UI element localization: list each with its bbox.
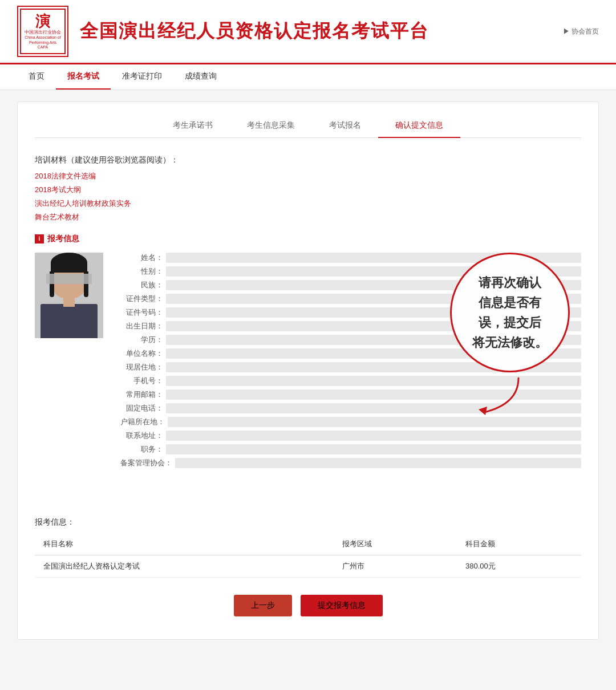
member-login[interactable]: ▶ 协会首页 — [563, 27, 599, 36]
nav-link-register[interactable]: 报名考试 — [56, 64, 111, 90]
step-tabs: 考生承诺书 考生信息采集 考试报名 确认提文信息 — [35, 113, 581, 138]
field-label-address: 现居住地： — [120, 362, 166, 372]
cell-subject: 全国演出经纪人资格认定考试 — [35, 555, 334, 578]
field-label-company: 单位名称： — [120, 348, 166, 359]
field-label-ethnicity: 民族： — [120, 280, 166, 290]
field-label-email: 常用邮箱： — [120, 389, 166, 400]
reg-info-label: 报考信息： — [35, 517, 581, 527]
cell-amount: 380.00元 — [457, 555, 581, 578]
col-region: 报考区域 — [334, 533, 457, 555]
page-header: 演 中国演出行业协会 China Association of Performi… — [0, 0, 616, 64]
nav-link-score[interactable]: 成绩查询 — [173, 64, 228, 88]
field-label-assoc: 备案管理协会： — [120, 458, 175, 468]
field-label-birthday: 出生日期： — [120, 321, 166, 331]
nav-item-print[interactable]: 准考证打印 — [111, 64, 173, 90]
content-card: 考生承诺书 考生信息采集 考试报名 确认提文信息 培训材料（建议使用谷歌浏览器阅… — [17, 102, 599, 640]
reg-table: 科目名称 报考区域 科目金额 全国演出经纪人资格认定考试 广州市 380.00元 — [35, 533, 581, 578]
field-value-assoc — [175, 458, 581, 468]
field-label-phone: 手机号： — [120, 376, 166, 386]
logo-org-cn: 中国演出行业协会 — [25, 30, 61, 35]
table-row: 全国演出经纪人资格认定考试 广州市 380.00元 — [35, 555, 581, 578]
main-content: 考生承诺书 考生信息采集 考试报名 确认提文信息 培训材料（建议使用谷歌浏览器阅… — [0, 90, 616, 651]
info-title-text: 报考信息 — [47, 234, 79, 244]
field-label-education: 学历： — [120, 335, 166, 345]
cell-region: 广州市 — [334, 555, 457, 578]
material-link-4[interactable]: 舞台艺术教材 — [35, 212, 581, 222]
col-amount: 科目金额 — [457, 533, 581, 555]
nav-link-print[interactable]: 准考证打印 — [111, 64, 173, 88]
logo-org-en: China Association of Performing Arts — [23, 35, 62, 45]
confirm-arrow — [473, 375, 530, 417]
logo-area: 演 中国演出行业协会 China Association of Performi… — [17, 6, 68, 57]
site-title: 全国演出经纪人员资格认定报名考试平台 — [80, 19, 429, 44]
profile-wrapper: 姓名： 性别： 民族： 证件类型： — [35, 253, 581, 472]
col-subject: 科目名称 — [35, 533, 334, 555]
arrow-svg — [473, 375, 530, 415]
nav-link-home[interactable]: 首页 — [17, 64, 56, 88]
training-label: 培训材料（建议使用谷歌浏览器阅读）： — [35, 155, 581, 165]
field-value-position — [166, 444, 581, 454]
training-section: 培训材料（建议使用谷歌浏览器阅读）： 2018法律文件选编 2018考试大纲 演… — [35, 155, 581, 222]
material-link-2[interactable]: 2018考试大纲 — [35, 185, 581, 195]
svg-marker-0 — [479, 407, 487, 415]
nav-item-register[interactable]: 报名考试 — [56, 64, 111, 90]
field-assoc: 备案管理协会： — [120, 458, 581, 468]
field-label-huji: 户籍所在地： — [120, 417, 168, 427]
logo-box: 演 中国演出行业协会 China Association of Performi… — [17, 6, 68, 57]
reg-info-section: 报考信息： 科目名称 报考区域 科目金额 全国演出经纪人资格认定考试 广州市 3… — [35, 517, 581, 578]
prev-button[interactable]: 上一步 — [234, 595, 292, 616]
nav-item-home[interactable]: 首页 — [17, 64, 56, 90]
field-huji: 户籍所在地： — [120, 417, 581, 427]
field-position: 职务： — [120, 444, 581, 454]
applicant-photo — [35, 253, 103, 338]
confirm-bubble: 请再次确认信息是否有误，提交后将无法修改。 — [450, 253, 570, 372]
field-label-position: 职务： — [120, 444, 166, 454]
main-nav: 首页 报名考试 准考证打印 成绩查询 — [0, 64, 616, 90]
field-label-tel: 固定电话： — [120, 403, 166, 413]
step-promise[interactable]: 考生承诺书 — [156, 113, 230, 137]
field-label-id-num: 证件号码： — [120, 307, 166, 318]
field-label-gender: 性别： — [120, 266, 166, 277]
button-area: 上一步 提交报考信息 — [35, 595, 581, 628]
nav-item-score[interactable]: 成绩查询 — [173, 64, 228, 90]
logo-chinese-char: 演 — [35, 14, 50, 29]
field-value-huji — [168, 417, 581, 427]
submit-button[interactable]: 提交报考信息 — [301, 595, 383, 616]
field-label-id-type: 证件类型： — [120, 294, 166, 304]
logo-capa: CAPA — [38, 45, 48, 49]
field-contact-addr: 联系地址： — [120, 431, 581, 441]
confirm-bubble-text: 请再次确认信息是否有误，提交后将无法修改。 — [464, 264, 556, 362]
info-icon: i — [35, 234, 44, 243]
step-exam-register[interactable]: 考试报名 — [312, 113, 378, 137]
field-label-name: 姓名： — [120, 253, 166, 263]
field-value-contact-addr — [166, 431, 581, 441]
info-section-title: i 报考信息 — [35, 234, 581, 244]
field-label-contact-addr: 联系地址： — [120, 431, 166, 441]
step-confirm[interactable]: 确认提文信息 — [378, 113, 460, 137]
material-link-3[interactable]: 演出经纪人培训教材政策实务 — [35, 198, 581, 209]
step-info-collect[interactable]: 考生信息采集 — [230, 113, 312, 137]
material-link-1[interactable]: 2018法律文件选编 — [35, 171, 581, 181]
